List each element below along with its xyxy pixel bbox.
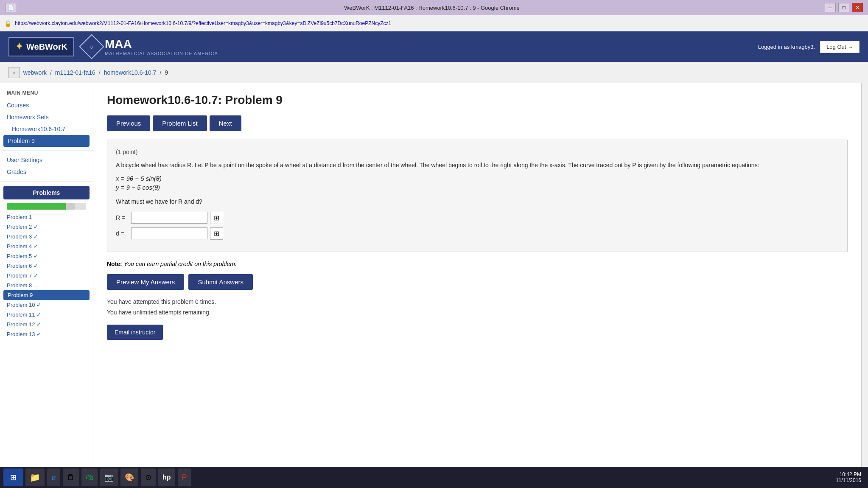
sidebar-problem-item[interactable]: Problem 5 ✓: [0, 251, 93, 261]
main-layout: MAIN MENU Courses Homework Sets Homework…: [0, 83, 868, 488]
windows-icon: ⊞: [10, 473, 17, 482]
nav-buttons: Previous Problem List Next: [107, 115, 848, 131]
maa-logo-text: MAA: [105, 37, 218, 51]
sidebar-problem-item[interactable]: Problem 7 ✓: [0, 271, 93, 280]
question-text: What must we have for R and d?: [116, 197, 839, 206]
address-url[interactable]: https://webwork.clayton.edu/webwork2/M11…: [15, 20, 391, 26]
note-body: You can earn partial credit on this prob…: [124, 261, 237, 267]
taskbar: ⊞ 📁 ℯ 🗒 🛍 📷 🎨 ⊙ hp P 10:42 PM 11/11/2016: [0, 467, 868, 488]
sidebar-problem-item[interactable]: Problem 3 ✓: [0, 232, 93, 241]
taskbar-ie[interactable]: ℯ: [47, 468, 60, 486]
taskbar-notes[interactable]: 🗒: [63, 468, 79, 486]
progress-bar-partial: [66, 203, 75, 210]
problems-section-header: Problems: [3, 186, 90, 199]
problem-list-button[interactable]: Problem List: [153, 115, 207, 131]
page-icon: 📄: [5, 3, 16, 12]
logout-button[interactable]: Log Out →: [820, 41, 860, 53]
taskbar-chrome[interactable]: ⊙: [141, 468, 156, 486]
previous-button[interactable]: Previous: [107, 115, 150, 131]
breadcrumb-webwork[interactable]: webwork: [23, 69, 47, 76]
maa-section: ◇ MAA MATHEMATICAL ASSOCIATION OF AMERIC…: [83, 37, 218, 56]
ie-icon: ℯ: [51, 473, 56, 482]
header-left: ✦ WeBWorK ◇ MAA MATHEMATICAL ASSOCIATION…: [8, 37, 218, 56]
problem-list: Problem 1Problem 2 ✓Problem 3 ✓Problem 4…: [0, 212, 93, 339]
sidebar-divider-1: [0, 150, 93, 151]
progress-bar-fill: [7, 203, 66, 210]
attempts-line1: You have attempted this problem 0 times.: [107, 297, 848, 307]
sidebar-problem-item[interactable]: Problem 8 ...: [0, 280, 93, 290]
taskbar-store[interactable]: 🛍: [81, 468, 98, 486]
problem-description: A bicycle wheel has radius R. Let P be a…: [116, 160, 839, 170]
sidebar-problem-item[interactable]: Problem 6 ✓: [0, 261, 93, 271]
browser-controls[interactable]: ─ □ ✕: [825, 3, 863, 12]
note-text: Note: You can earn partial credit on thi…: [107, 261, 848, 267]
next-button[interactable]: Next: [210, 115, 241, 131]
sidebar-problem-item[interactable]: Problem 2 ✓: [0, 222, 93, 232]
maximize-button[interactable]: □: [838, 3, 849, 12]
hp-icon: hp: [162, 474, 171, 481]
r-input[interactable]: [131, 212, 207, 224]
taskbar-ppt[interactable]: P: [178, 468, 191, 486]
breadcrumb-problem: 9: [165, 69, 168, 76]
address-text[interactable]: https://webwork.clayton.edu/webwork2/M11…: [15, 20, 391, 26]
sidebar-problem-item[interactable]: Problem 12 ✓: [0, 320, 93, 329]
taskbar-start-button[interactable]: ⊞: [3, 468, 23, 486]
sidebar-problem-item[interactable]: Problem 10 ✓: [0, 300, 93, 310]
taskbar-file-explorer[interactable]: 📁: [25, 468, 45, 486]
close-button[interactable]: ✕: [852, 3, 863, 12]
breadcrumb-course[interactable]: m1112-01-fa16: [55, 69, 95, 76]
breadcrumb-homework[interactable]: homework10.6-10.7: [104, 69, 157, 76]
browser-titlebar: 📄 WeBWorK : M1112-01-FA16 : Homework10.6…: [0, 0, 868, 15]
r-matrix-button[interactable]: ⊞: [210, 212, 223, 224]
sidebar-problem-item[interactable]: Problem 11 ✓: [0, 310, 93, 320]
note-label: Note:: [107, 261, 122, 267]
d-input[interactable]: [131, 227, 207, 239]
taskbar-hp[interactable]: hp: [158, 468, 175, 486]
maa-text-block: MAA MATHEMATICAL ASSOCIATION OF AMERICA: [105, 37, 218, 56]
d-matrix-button[interactable]: ⊞: [210, 227, 223, 240]
sidebar-item-grades[interactable]: Grades: [0, 166, 93, 178]
email-instructor-button[interactable]: Email instructor: [107, 325, 163, 340]
breadcrumb-sep-1: /: [50, 69, 52, 76]
minimize-button[interactable]: ─: [825, 3, 836, 12]
logged-in-text: Logged in as kmagby3.: [758, 44, 815, 50]
app-header: ✦ WeBWorK ◇ MAA MATHEMATICAL ASSOCIATION…: [0, 31, 868, 62]
clock-time: 10:42 PM: [836, 471, 861, 477]
address-bar: 🔒 https://webwork.clayton.edu/webwork2/M…: [0, 15, 868, 31]
back-button[interactable]: ‹: [8, 67, 20, 78]
sidebar-problem-item[interactable]: Problem 4 ✓: [0, 241, 93, 251]
webwork-logo[interactable]: ✦ WeBWorK: [8, 37, 74, 56]
sidebar-divider-2: [0, 181, 93, 182]
page-title: Homework10.6-10.7: Problem 9: [107, 93, 848, 107]
sidebar-item-problem9[interactable]: Problem 9: [3, 135, 90, 147]
preview-answers-button[interactable]: Preview My Answers: [107, 274, 184, 290]
taskbar-color[interactable]: 🎨: [120, 468, 138, 486]
sidebar-problem-item[interactable]: Problem 9: [3, 290, 90, 300]
taskbar-camera[interactable]: 📷: [100, 468, 118, 486]
notes-icon: 🗒: [67, 473, 75, 482]
scrollbar[interactable]: [861, 83, 868, 488]
equation-1: x = 9θ − 5 sin(θ): [116, 175, 839, 182]
file-explorer-icon: 📁: [30, 472, 40, 482]
color-icon: 🎨: [125, 473, 134, 482]
sidebar-item-courses[interactable]: Courses: [0, 99, 93, 111]
sidebar-problem-item[interactable]: Problem 1: [0, 212, 93, 222]
sidebar-item-homework-set-name[interactable]: Homework10.6-10.7: [0, 123, 93, 135]
d-input-row: d = ⊞: [116, 227, 839, 240]
submit-answers-button[interactable]: Submit Answers: [188, 274, 253, 290]
sidebar: MAIN MENU Courses Homework Sets Homework…: [0, 83, 93, 488]
sidebar-main-menu-label: MAIN MENU: [0, 90, 93, 99]
clock-date: 11/11/2016: [836, 477, 861, 483]
problem-points: (1 point): [116, 149, 839, 155]
star-icon: ✦: [15, 41, 23, 52]
browser-title: WeBWorK : M1112-01-FA16 : Homework10.6-1…: [39, 5, 825, 11]
sidebar-item-homework-sets[interactable]: Homework Sets: [0, 111, 93, 123]
equation-2: y = 9 − 5 cos(θ): [116, 184, 839, 191]
chrome-icon: ⊙: [145, 473, 151, 482]
problem-box: (1 point) A bicycle wheel has radius R. …: [107, 140, 848, 252]
r-input-row: R = ⊞: [116, 212, 839, 224]
sidebar-item-user-settings[interactable]: User Settings: [0, 154, 93, 166]
r-label: R =: [116, 214, 129, 221]
attempts-line2: You have unlimited attempts remaining.: [107, 307, 848, 318]
sidebar-problem-item[interactable]: Problem 13 ✓: [0, 329, 93, 339]
